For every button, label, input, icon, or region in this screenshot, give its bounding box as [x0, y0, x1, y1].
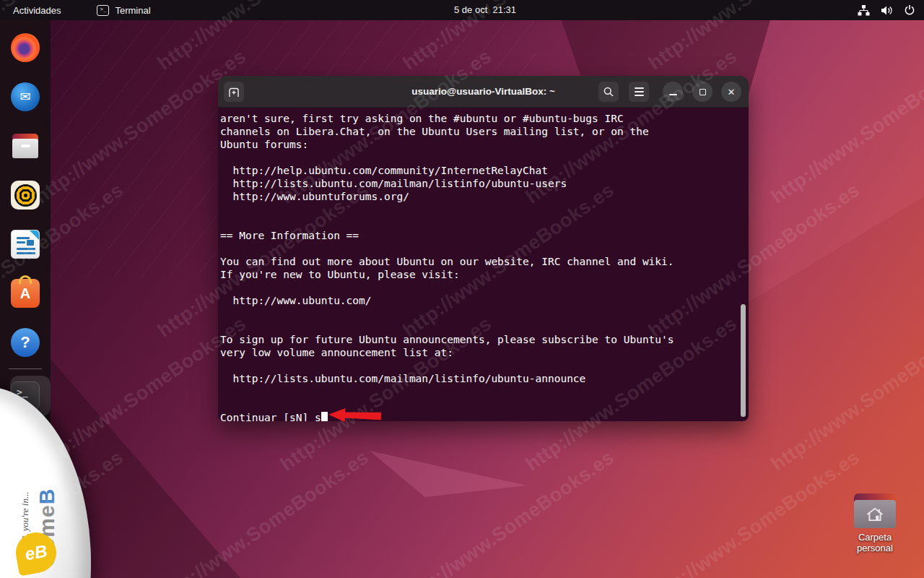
- terminal-window: usuario@usuario-VirtualBox: ~: [218, 76, 749, 421]
- activities-button[interactable]: Actividades: [0, 0, 74, 20]
- terminal-line: To sign up for future Ubuntu announcemen…: [220, 333, 743, 346]
- dock-separator: [9, 368, 42, 369]
- clock-button[interactable]: 5 de oct 21:31: [427, 0, 543, 20]
- volume-icon: [881, 5, 893, 16]
- folder-body: [12, 139, 38, 158]
- hamburger-icon: [635, 87, 644, 95]
- question-glyph: ?: [20, 333, 30, 352]
- terminal-line: http://www.ubuntu.com/: [220, 294, 743, 307]
- terminal-output-area[interactable]: aren't sure, first try asking on the #ub…: [218, 108, 749, 421]
- terminal-line: http://www.ubuntuforums.org/: [220, 190, 743, 203]
- page-fold: [30, 230, 39, 240]
- close-button[interactable]: ✕: [721, 82, 741, 102]
- terminal-line: http://lists.ubuntu.com/mailman/listinfo…: [220, 372, 743, 385]
- terminal-line: [220, 320, 743, 333]
- new-tab-button[interactable]: [224, 82, 244, 102]
- envelope-glyph: ✉: [19, 89, 30, 105]
- terminal-line: http://lists.ubuntu.com/mailman/listinfo…: [220, 177, 743, 190]
- terminal-mini-icon: >_: [97, 5, 109, 16]
- terminal-line: [220, 203, 743, 216]
- home-folder-label: Carpeta personal: [842, 532, 908, 553]
- maximize-icon: [699, 89, 706, 95]
- dock-item-thunderbird[interactable]: ✉: [5, 82, 45, 111]
- dock-item-ubuntu-software[interactable]: A: [5, 279, 45, 308]
- terminal-cursor: [321, 412, 328, 421]
- top-bar: Actividades >_ Terminal 5 de oct 21:31: [0, 0, 924, 20]
- app-menu-terminal[interactable]: >_ Terminal: [97, 0, 150, 20]
- dock-item-files[interactable]: [5, 131, 45, 160]
- libreoffice-writer-icon: [11, 230, 40, 259]
- speaker-glyph: [14, 184, 37, 207]
- terminal-line: [220, 216, 743, 229]
- dock-item-help[interactable]: ?: [5, 328, 45, 357]
- close-icon: ✕: [728, 87, 736, 98]
- terminal-line: [220, 242, 743, 255]
- terminal-line: == More Information ==: [220, 229, 743, 242]
- ubuntu-software-icon: A: [11, 279, 40, 308]
- system-status-area[interactable]: [858, 0, 915, 20]
- power-icon: [904, 4, 915, 16]
- home-folder-shortcut[interactable]: Carpeta personal: [842, 493, 908, 553]
- maximize-button[interactable]: [692, 82, 712, 102]
- house-icon: [865, 506, 885, 523]
- thunderbird-icon: ✉: [11, 82, 40, 111]
- terminal-line: very low volume announcement list at:: [220, 346, 743, 359]
- terminal-line: [220, 398, 743, 411]
- minimize-icon: [669, 94, 677, 95]
- terminal-line: http://help.ubuntu.com/community/Interne…: [220, 164, 743, 177]
- terminal-lines: aren't sure, first try asking on the #ub…: [220, 112, 743, 421]
- menu-button[interactable]: [629, 82, 649, 102]
- firefox-icon: [11, 33, 40, 62]
- app-menu-label: Terminal: [115, 5, 150, 16]
- terminal-line: [220, 151, 743, 164]
- software-letter: A: [20, 285, 30, 302]
- dock-item-rhythmbox[interactable]: [5, 181, 45, 210]
- terminal-titlebar[interactable]: usuario@usuario-VirtualBox: ~: [218, 76, 749, 108]
- terminal-line: [220, 385, 743, 398]
- terminal-line: You can find out more about Ubuntu on ou…: [220, 255, 743, 268]
- terminal-line: If you're new to Ubuntu, please visit:: [220, 268, 743, 281]
- dock-item-firefox[interactable]: [5, 33, 45, 62]
- dock-item-libreoffice-writer[interactable]: [5, 230, 45, 259]
- files-icon: [11, 131, 40, 160]
- terminal-line: Ubuntu forums:: [220, 138, 743, 151]
- terminal-line: channels on Libera.Chat, on the Ubuntu U…: [220, 125, 743, 138]
- help-icon: ?: [11, 328, 40, 357]
- rhythmbox-icon: [11, 181, 40, 210]
- folder-slot: [21, 144, 30, 147]
- home-folder-icon: [854, 493, 896, 528]
- terminal-line: aren't sure, first try asking on the #ub…: [220, 112, 743, 125]
- briefcase-handle: [19, 275, 32, 284]
- terminal-line: Continuar [sN] s: [220, 411, 743, 421]
- terminal-line: [220, 307, 743, 320]
- search-button[interactable]: [598, 82, 619, 102]
- terminal-line: [220, 281, 743, 294]
- minimize-button[interactable]: [663, 82, 683, 102]
- terminal-scrollbar[interactable]: [741, 304, 746, 417]
- network-icon: [858, 5, 870, 16]
- terminal-line: [220, 359, 743, 372]
